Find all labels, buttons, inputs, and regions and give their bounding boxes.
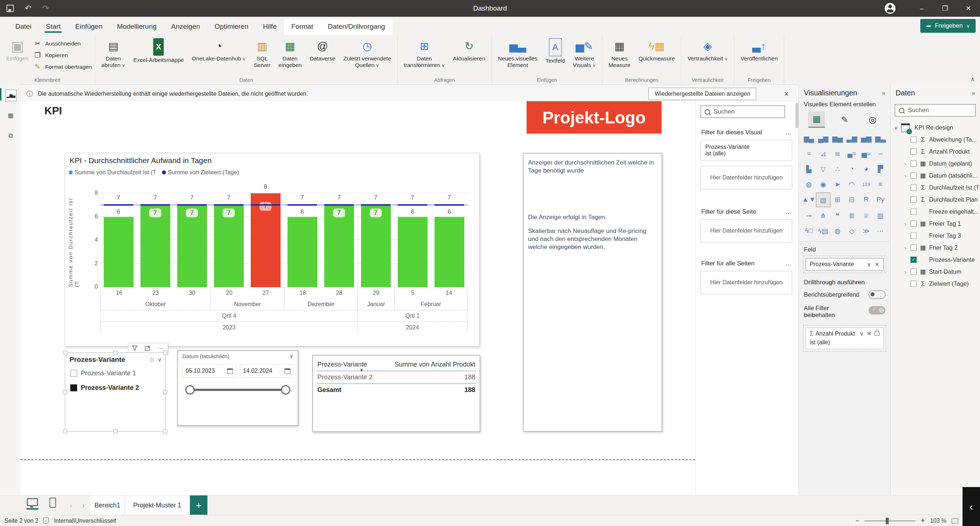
hundred-stacked-bar-icon[interactable]: ▆▅	[830, 131, 845, 145]
smart-narrative-icon[interactable]: ≣	[845, 209, 859, 222]
start-date-input[interactable]: 05.10.2023	[182, 364, 236, 378]
calendar-icon[interactable]	[285, 368, 290, 374]
previous-page-icon[interactable]: ‹	[70, 502, 72, 510]
table-icon[interactable]: ⊞	[830, 193, 845, 206]
refresh-button[interactable]: ↻Aktualisieren	[450, 37, 489, 63]
format-visual-tab[interactable]: ✎	[836, 112, 853, 128]
pie-chart-icon[interactable]: ◔	[845, 162, 859, 176]
menu-tab-format[interactable]: Format	[284, 19, 320, 35]
field-checkbox[interactable]	[910, 196, 917, 203]
field-checkbox[interactable]	[910, 185, 917, 191]
chevron-down-icon[interactable]: ∨	[867, 261, 871, 268]
format-painter-button[interactable]: ✎Format übertragen	[33, 63, 92, 71]
checkbox[interactable]	[70, 370, 77, 377]
line-clustered-column-icon[interactable]: ▄≈	[845, 147, 859, 161]
numeric-range-slicer-icon[interactable]: ⊸	[802, 209, 816, 222]
menu-tab-start[interactable]: Start	[38, 19, 68, 35]
metrics-icon[interactable]: ♕	[859, 209, 873, 222]
add-data-fields-dropzone[interactable]: Hier Datenfelder hinzufügen	[700, 271, 792, 294]
next-page-icon[interactable]: ›	[82, 502, 84, 510]
copy-button[interactable]: ❐Kopieren	[33, 51, 92, 59]
kpi-icon[interactable]: ▲▼	[802, 193, 816, 206]
funnel-chart-icon[interactable]: ▽	[816, 162, 830, 176]
clear-selections-icon[interactable]: ◇	[150, 356, 154, 363]
chevron-right-icon[interactable]: ›	[903, 269, 908, 275]
power-automate-icon[interactable]: ≫	[859, 224, 873, 238]
enter-data-button[interactable]: ▦Dateneingeben	[275, 37, 305, 70]
get-data-button[interactable]: ▤Datenabrufen ∨	[98, 37, 129, 70]
multi-row-card-icon[interactable]: ≡	[873, 177, 888, 191]
close-button[interactable]: ✕	[957, 0, 980, 17]
scissors-button[interactable]: ✂Ausschneiden	[33, 39, 92, 48]
qa-visual-icon[interactable]: ❝	[830, 209, 845, 222]
line-stacked-column-icon[interactable]: ▅≈	[859, 147, 873, 161]
chart-bar[interactable]	[398, 217, 428, 288]
quick-measure-button[interactable]: ϟ▦Quickmeasure	[635, 37, 678, 63]
remove-field-icon[interactable]: ✕	[875, 261, 880, 268]
field-checkbox[interactable]	[910, 148, 917, 155]
analytics-tab[interactable]: ◎	[864, 112, 881, 128]
field-checkbox[interactable]	[910, 245, 917, 251]
card-icon[interactable]: 123	[859, 177, 873, 191]
dismiss-notification-icon[interactable]: ✕	[784, 90, 789, 98]
menu-tab-daten-drillvorgang[interactable]: Daten/Drillvorgang	[321, 19, 392, 35]
data-field-row[interactable]: ›▦Freier Tag 1	[893, 218, 979, 230]
clustered-bar-chart-icon[interactable]: ▆▃	[873, 131, 888, 145]
chevron-right-icon[interactable]: ›	[903, 245, 908, 251]
data-view-icon[interactable]: ▦	[5, 110, 16, 121]
chevron-down-icon[interactable]: ∨	[859, 330, 864, 337]
collapsed-panel-corner[interactable]: ‹	[963, 487, 980, 526]
add-data-fields-dropzone[interactable]: Hier Datenfelder hinzufügen	[700, 219, 792, 242]
collapse-ribbon-icon[interactable]: ∧	[970, 76, 975, 83]
chevron-down-icon[interactable]: ∨	[893, 125, 899, 131]
publish-button[interactable]: ▃↑Veröffentlichen	[737, 37, 781, 63]
data-search-input[interactable]: Suchen	[895, 104, 976, 116]
menu-tab-modellierung[interactable]: Modellierung	[110, 19, 164, 35]
more-options-icon[interactable]: …	[785, 129, 792, 136]
collapse-pane-icon[interactable]: »	[972, 89, 975, 97]
checkbox[interactable]	[70, 384, 77, 391]
model-view-icon[interactable]: ⧉	[5, 130, 16, 141]
remove-field-icon[interactable]: ✕	[867, 330, 872, 337]
sensitivity-button[interactable]: ◈Vertraulichkeit ∨	[684, 37, 731, 63]
r-script-icon[interactable]: R	[859, 193, 873, 206]
data-field-row[interactable]: ✓Prozess-Variante	[893, 254, 979, 266]
data-field-row[interactable]: ΣZielwert (Tage)	[893, 278, 979, 290]
account-icon[interactable]	[885, 3, 896, 14]
new-card-icon[interactable]: ϟ□	[802, 224, 816, 238]
new-page-button[interactable]: +	[190, 496, 207, 515]
zoom-slider[interactable]	[865, 521, 916, 521]
filled-map-icon[interactable]: ◉	[816, 177, 830, 191]
data-field-row[interactable]: ΣAnzahl Produkt	[893, 146, 979, 158]
data-field-row[interactable]: ›▦Start-Datum	[893, 266, 979, 278]
zoom-out-icon[interactable]: −	[855, 516, 859, 525]
build-visual-tab[interactable]: ▦	[808, 112, 825, 128]
filter-card[interactable]: Prozess-Varianteist (alle)	[700, 140, 792, 161]
recent-sources-button[interactable]: ◷Zuletzt verwendeteQuellen ∨	[340, 37, 395, 70]
more-options-icon[interactable]: …	[785, 260, 792, 267]
chart-bar[interactable]	[288, 217, 317, 288]
slicer-option[interactable]: Prozess-Variante 2	[70, 384, 139, 392]
data-field-row[interactable]: Freier Tag 3	[893, 230, 979, 242]
calendar-icon[interactable]	[227, 368, 233, 374]
menu-tab-datei[interactable]: Datei	[8, 19, 38, 35]
stacked-column-chart-icon[interactable]: ▄▆	[816, 131, 830, 145]
fit-to-page-icon[interactable]	[951, 518, 958, 523]
onelake-button[interactable]: ◔OneLake-Datenhub ∨	[188, 37, 249, 63]
selection-handle[interactable]	[63, 390, 67, 394]
power-apps-icon[interactable]: ◇	[845, 224, 859, 238]
azure-map-icon[interactable]: ➤	[830, 177, 845, 191]
data-field-row[interactable]: ›▦Frier Tag 2	[893, 242, 979, 254]
share-button[interactable]: ➦ Freigeben ∨	[920, 19, 976, 33]
line-chart-icon[interactable]: ≈	[802, 147, 816, 161]
zoom-slider-thumb[interactable]	[886, 518, 889, 524]
restore-button[interactable]: ❐	[934, 0, 957, 17]
waterfall-chart-icon[interactable]: ▙	[802, 162, 816, 176]
range-end-handle[interactable]	[281, 385, 290, 395]
chevron-down-icon[interactable]: ∨	[158, 356, 162, 363]
python-visual-icon[interactable]: Py	[873, 193, 888, 206]
field-checkbox[interactable]	[910, 221, 917, 227]
new-visual-button[interactable]: ▅▃Neues visuellesElement	[495, 37, 541, 70]
more-visuals-icon[interactable]: ⋯	[873, 224, 888, 238]
show-recovered-files-button[interactable]: Wiederhergestellte Dateien anzeigen	[649, 88, 756, 100]
